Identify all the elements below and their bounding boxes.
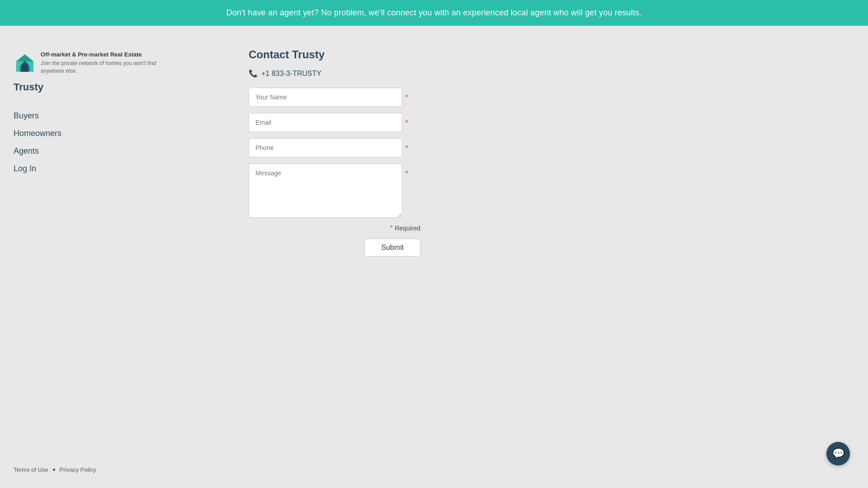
logo-tagline: Off-market & Pre-market Real Estate: [41, 51, 158, 58]
nav-item-homeowners[interactable]: Homeowners: [14, 129, 158, 138]
name-input[interactable]: [249, 88, 402, 107]
nav-item-buyers[interactable]: Buyers: [14, 111, 158, 121]
name-field-row: *: [249, 88, 420, 107]
nav-item-login[interactable]: Log In: [14, 164, 158, 174]
name-required-star: *: [405, 93, 408, 103]
contact-title: Contact Trusty: [249, 48, 420, 61]
logo-text-area: Off-market & Pre-market Real Estate Join…: [41, 51, 158, 75]
email-field-row: *: [249, 113, 420, 132]
logo-name: Trusty: [14, 81, 43, 93]
main-container: Off-market & Pre-market Real Estate Join…: [0, 26, 868, 487]
logo-subtitle: Join the private network of homes you wo…: [41, 60, 158, 75]
sidebar: Off-market & Pre-market Real Estate Join…: [14, 44, 158, 460]
terms-link[interactable]: Terms of Use: [14, 466, 48, 473]
message-required-star: *: [405, 169, 408, 178]
submit-button[interactable]: Submit: [364, 239, 420, 257]
footer: Terms of Use Privacy Policy: [14, 466, 96, 473]
email-input[interactable]: [249, 113, 402, 132]
phone-field-row: *: [249, 138, 420, 157]
chat-icon: 💬: [832, 448, 844, 460]
message-field-row: *: [249, 164, 420, 218]
phone-number: +1 833-3-TRUSTY: [261, 70, 321, 78]
chat-bubble[interactable]: 💬: [826, 442, 850, 465]
phone-required-star: *: [405, 144, 408, 153]
nav-links: Buyers Homeowners Agents Log In: [14, 111, 158, 174]
logo-row: Off-market & Pre-market Real Estate Join…: [14, 48, 158, 78]
contact-form-section: Contact Trusty 📞 +1 833-3-TRUSTY * * *: [249, 48, 420, 460]
content-area: Contact Trusty 📞 +1 833-3-TRUSTY * * *: [158, 44, 841, 460]
phone-row: 📞 +1 833-3-TRUSTY: [249, 69, 420, 78]
phone-icon: 📞: [249, 69, 258, 78]
logo-wrapper: Off-market & Pre-market Real Estate Join…: [14, 48, 158, 93]
required-note-label: Required: [395, 225, 420, 232]
message-input[interactable]: [249, 164, 402, 218]
top-banner: Don't have an agent yet? No problem, we'…: [0, 0, 868, 26]
banner-text: Don't have an agent yet? No problem, we'…: [226, 8, 642, 17]
required-note: * Required: [249, 224, 420, 232]
nav-item-agents[interactable]: Agents: [14, 146, 158, 156]
phone-input[interactable]: [249, 138, 402, 157]
footer-dot: [53, 469, 55, 471]
email-required-star: *: [405, 118, 408, 128]
required-note-star: *: [390, 224, 393, 232]
privacy-link[interactable]: Privacy Policy: [60, 466, 96, 473]
trusty-logo-icon: [14, 48, 36, 78]
